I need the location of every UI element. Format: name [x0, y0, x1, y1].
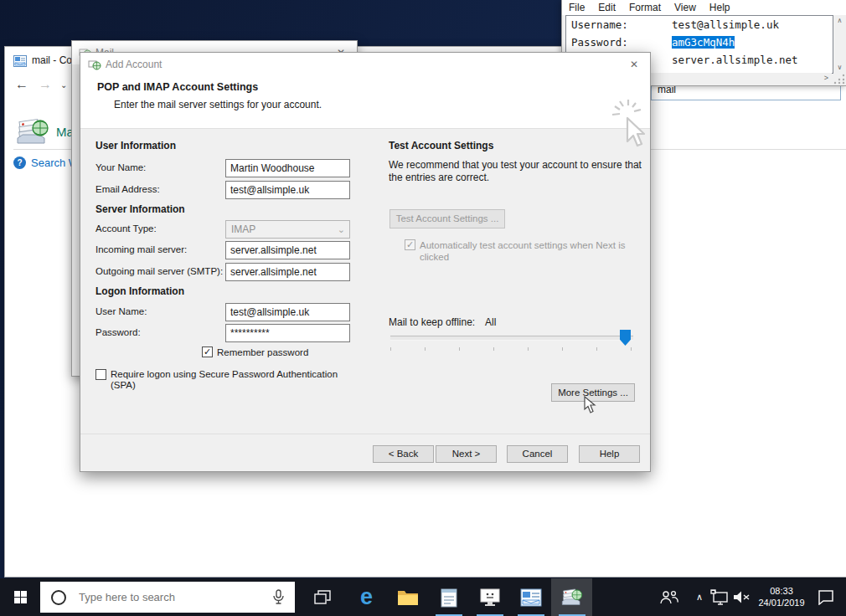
scroll-up-icon[interactable]: ∧ — [833, 17, 846, 24]
control-panel-title: mail - Co — [32, 54, 72, 66]
help-button[interactable]: Help — [579, 445, 640, 463]
incoming-server-input[interactable] — [225, 241, 350, 259]
recent-pages-chevron-icon[interactable]: ⌄ — [60, 80, 67, 90]
section-test-account-settings: Test Account Settings — [389, 140, 493, 151]
clock-time: 08:33 — [758, 586, 804, 598]
logon-username-input[interactable] — [225, 303, 350, 321]
section-user-information: User Information — [95, 140, 176, 151]
email-address-row: Email Address: — [95, 181, 372, 199]
taskbar-search-input[interactable] — [77, 590, 272, 604]
back-button[interactable]: < Back — [373, 445, 434, 463]
action-center-icon — [818, 589, 834, 605]
add-account-icon — [88, 58, 101, 71]
offline-slider-track[interactable] — [390, 336, 633, 341]
back-arrow-icon[interactable]: ← — [15, 77, 28, 92]
edge-icon: e — [360, 584, 373, 610]
scroll-down-icon[interactable]: ∨ — [833, 64, 846, 71]
help-question-icon: ? — [13, 157, 26, 169]
offline-value: All — [485, 316, 496, 329]
spa-label: Require logon using Secure Password Auth… — [111, 369, 362, 391]
remote-desktop-taskbar-button[interactable] — [469, 578, 510, 616]
control-panel-mail-icon — [520, 588, 542, 607]
file-explorer-icon — [397, 588, 419, 606]
start-button[interactable] — [0, 578, 40, 616]
menu-help[interactable]: Help — [703, 0, 737, 13]
people-icon — [660, 590, 678, 604]
task-view-button[interactable] — [303, 578, 342, 616]
network-button[interactable] — [709, 578, 732, 616]
next-button[interactable]: Next > — [436, 445, 497, 463]
email-address-input[interactable] — [225, 181, 350, 199]
add-account-dialog: Add Account ✕ POP and IMAP Account Setti… — [80, 52, 651, 472]
edge-taskbar-button[interactable]: e — [346, 578, 387, 616]
auto-test-checkbox[interactable]: ✓ — [405, 239, 415, 250]
notepad-resize-grip[interactable] — [833, 73, 846, 85]
test-account-settings-button[interactable]: Test Account Settings ... — [389, 209, 505, 228]
your-name-row: Your Name: — [95, 159, 372, 177]
notepad-icon — [440, 587, 458, 608]
offline-slider-ticks — [390, 347, 632, 351]
menu-file[interactable]: File — [562, 0, 591, 13]
offline-slider-thumb[interactable] — [620, 330, 631, 346]
file-explorer-taskbar-button[interactable] — [387, 578, 428, 616]
scroll-right-icon[interactable]: > — [824, 74, 828, 82]
search-windows-help-link[interactable]: ?Search W — [13, 157, 79, 172]
network-icon — [710, 589, 730, 606]
dialog-footer: < Back Next > Cancel Help — [80, 434, 650, 471]
wizard-click-artwork — [601, 98, 653, 150]
people-button[interactable] — [658, 578, 680, 616]
notepad-line: Username:test@allsimple.uk — [566, 16, 833, 33]
volume-button[interactable] — [730, 578, 754, 616]
check-icon: ✓ — [204, 346, 211, 357]
microphone-icon[interactable] — [272, 589, 285, 605]
section-server-information: Server Information — [95, 203, 185, 215]
windows-logo-icon — [14, 591, 27, 603]
notepad-line: Password:amG3cMqN4h — [566, 33, 833, 51]
mail-setup-icon — [561, 587, 583, 608]
notepad-taskbar-button[interactable] — [428, 578, 469, 616]
remote-desktop-icon — [479, 588, 501, 608]
logon-password-input[interactable] — [225, 324, 350, 342]
notepad-menubar: FileEditFormatViewHelp — [562, 0, 846, 15]
taskbar-search-box[interactable] — [40, 582, 295, 613]
close-icon[interactable]: ✕ — [618, 53, 650, 76]
add-account-titlebar[interactable]: Add Account ✕ — [80, 53, 650, 76]
action-center-button[interactable] — [811, 578, 841, 616]
menu-format[interactable]: Format — [622, 0, 668, 13]
show-hidden-icons-button[interactable]: ∧ — [690, 578, 709, 616]
cancel-button[interactable]: Cancel — [507, 445, 568, 463]
wizard-heading: POP and IMAP Account Settings — [97, 81, 258, 93]
account-type-row: Account Type: IMAP ⌄ — [95, 220, 372, 239]
mail-applet-icon — [16, 116, 49, 149]
outgoing-server-input[interactable] — [225, 263, 350, 281]
control-panel-mail-icon — [13, 54, 27, 68]
incoming-server-row: Incoming mail server: — [95, 241, 372, 259]
test-description: We recommend that you test your account … — [389, 159, 642, 184]
menu-edit[interactable]: Edit — [591, 0, 622, 13]
taskbar-clock[interactable]: 08:33 24/01/2019 — [754, 578, 809, 616]
selected-text: amG3cMqN4h — [672, 36, 735, 49]
offline-label: Mail to keep offline: — [389, 316, 475, 329]
add-account-title: Add Account — [106, 59, 162, 70]
taskbar: e — [0, 578, 846, 616]
control-panel-mail-taskbar-button[interactable] — [510, 578, 551, 616]
remember-password-label: Remember password — [217, 347, 308, 357]
auto-test-label: Automatically test account settings when… — [420, 239, 631, 263]
mail-setup-taskbar-button[interactable] — [551, 578, 592, 616]
outgoing-server-row: Outgoing mail server (SMTP): — [95, 263, 372, 281]
logon-password-row: Password: — [95, 324, 372, 342]
wizard-header: POP and IMAP Account Settings Enter the … — [80, 76, 650, 129]
spa-checkbox[interactable] — [95, 369, 106, 380]
remember-password-checkbox[interactable]: ✓ — [202, 346, 213, 357]
menu-view[interactable]: View — [668, 0, 703, 13]
chevron-up-icon: ∧ — [696, 592, 703, 603]
clock-date: 24/01/2019 — [758, 598, 804, 609]
notepad-vertical-scrollbar[interactable]: ∧ ∨ — [833, 15, 846, 73]
forward-arrow-icon[interactable]: → — [39, 77, 52, 92]
speaker-muted-icon — [733, 590, 751, 604]
account-type-select[interactable]: IMAP ⌄ — [225, 220, 350, 239]
mouse-cursor — [584, 396, 597, 414]
chevron-down-icon: ⌄ — [338, 221, 345, 238]
your-name-input[interactable] — [225, 159, 350, 177]
section-logon-information: Logon Information — [95, 285, 184, 297]
